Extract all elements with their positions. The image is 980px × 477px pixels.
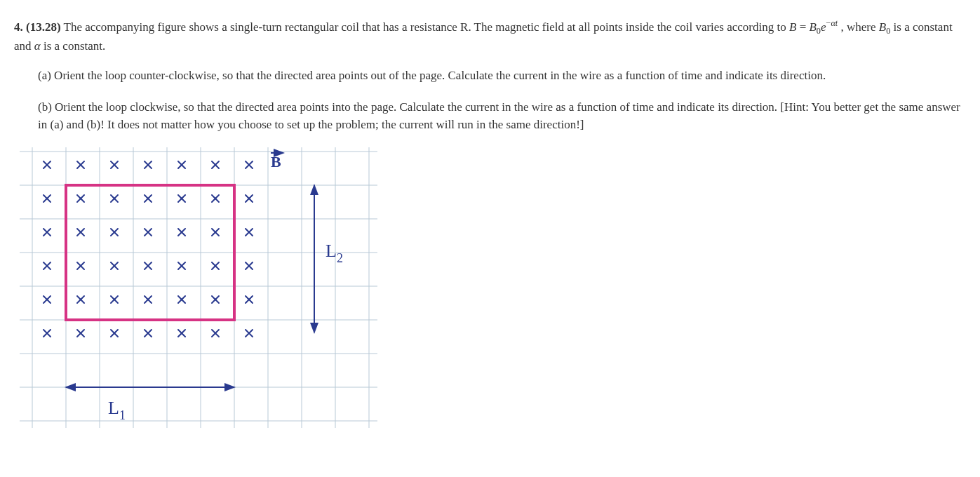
svg-text:B: B xyxy=(271,153,281,170)
B-label: B xyxy=(271,153,283,170)
intro-end: is a constant. xyxy=(41,39,106,53)
problem-intro: 4. (13.28) The accompanying figure shows… xyxy=(14,18,966,55)
eq-B: B xyxy=(789,20,796,34)
problem-number: 4. (13.28) xyxy=(14,20,61,34)
field-crosses xyxy=(43,161,253,337)
grid xyxy=(20,147,377,428)
part-b: (b) Orient the loop clockwise, so that t… xyxy=(14,99,966,133)
L1-label: L1 xyxy=(108,398,126,422)
eq-exp: −αt xyxy=(826,18,838,28)
L2-label: L2 xyxy=(325,241,343,265)
intro-mid: , where xyxy=(838,20,879,34)
page-root: 4. (13.28) The accompanying figure shows… xyxy=(0,0,980,442)
L1-arrow: L1 xyxy=(66,387,234,422)
intro-text-1: The accompanying figure shows a single-t… xyxy=(61,20,789,34)
figure-svg: B L2 L1 xyxy=(20,147,377,428)
eq-equals: = xyxy=(796,20,809,34)
figure: B L2 L1 xyxy=(20,147,377,428)
part-a: (a) Orient the loop counter-clockwise, s… xyxy=(14,67,966,85)
eq-e: e xyxy=(821,20,826,34)
eq-B0: B xyxy=(809,20,816,34)
L2-arrow: L2 xyxy=(314,185,343,332)
eq-B0-2: B xyxy=(879,20,886,34)
eq-alpha2: α xyxy=(34,39,41,53)
